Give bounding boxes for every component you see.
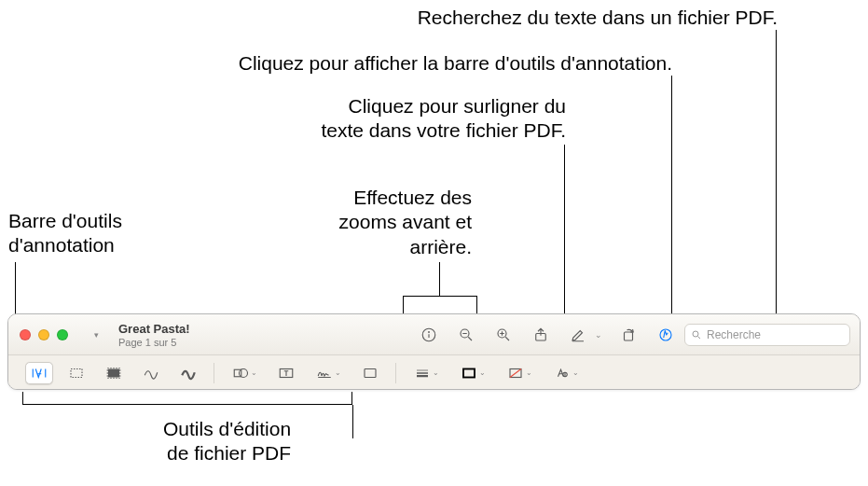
preview-window: ▾ Great Pasta! Page 1 sur 5 ⌄ <box>7 313 861 390</box>
svg-point-4 <box>429 331 430 332</box>
svg-point-24 <box>239 368 247 377</box>
text-box-tool[interactable] <box>272 362 300 384</box>
svg-rect-27 <box>365 368 376 377</box>
search-icon <box>691 329 702 340</box>
callout-annotation-bar: Barre d'outils d'annotation <box>8 209 122 258</box>
share-button[interactable] <box>530 324 552 346</box>
callout-zoom: Effectuez des zooms avant et arrière. <box>339 186 472 259</box>
svg-line-9 <box>505 337 509 340</box>
minimize-window-button[interactable] <box>38 329 49 340</box>
svg-rect-31 <box>463 368 475 377</box>
svg-line-33 <box>510 368 521 377</box>
svg-rect-14 <box>625 332 633 340</box>
svg-line-17 <box>698 336 701 339</box>
note-tool[interactable] <box>356 362 384 384</box>
fullscreen-window-button[interactable] <box>57 329 68 340</box>
rotate-button[interactable] <box>617 324 640 346</box>
zoom-in-button[interactable] <box>492 324 515 346</box>
lead-edit-tools <box>352 405 353 438</box>
lead-zoom-cross <box>403 296 477 297</box>
redact-tool[interactable] <box>100 362 128 384</box>
highlight-button[interactable] <box>567 324 589 346</box>
svg-point-15 <box>660 329 671 340</box>
sketch-tool[interactable] <box>137 362 165 384</box>
traffic-lights <box>20 329 68 340</box>
line-style-tool[interactable]: ⌄ <box>407 362 445 384</box>
title-block: Great Pasta! Page 1 sur 5 <box>118 322 190 348</box>
bracket-edit-tools <box>22 392 352 405</box>
callout-annotation-click: Cliquez pour afficher la barre d'outils … <box>239 51 672 76</box>
svg-rect-20 <box>71 368 82 377</box>
callout-highlight: Cliquez pour surligner du texte dans vot… <box>321 94 566 144</box>
sign-tool[interactable]: ⌄ <box>310 362 347 384</box>
markup-button[interactable] <box>654 324 677 346</box>
svg-rect-21 <box>108 368 119 377</box>
callout-search-pdf: Recherchez du texte dans un fichier PDF. <box>418 6 778 30</box>
highlight-menu-chevron[interactable]: ⌄ <box>595 330 602 340</box>
draw-tool[interactable] <box>174 362 202 384</box>
lead-search <box>776 30 777 319</box>
search-field[interactable]: Recherche <box>684 324 850 346</box>
chevron-down-icon: ▾ <box>94 330 99 340</box>
close-window-button[interactable] <box>20 329 31 340</box>
titlebar: ▾ Great Pasta! Page 1 sur 5 ⌄ <box>8 314 860 355</box>
document-subtitle: Page 1 sur 5 <box>118 337 190 348</box>
rect-selection-tool[interactable] <box>62 362 90 384</box>
annotation-toolbar: ⌄ ⌄ ⌄ ⌄ ⌄ ⌄ <box>8 355 860 390</box>
lead-zoom-stem <box>439 262 440 296</box>
info-button[interactable] <box>418 324 440 346</box>
zoom-out-button[interactable] <box>455 324 477 346</box>
lead-highlight <box>564 145 565 318</box>
svg-line-6 <box>468 337 472 340</box>
border-color-tool[interactable]: ⌄ <box>454 362 491 384</box>
search-placeholder: Recherche <box>707 328 761 341</box>
shapes-tool[interactable]: ⌄ <box>226 362 263 384</box>
center-tool-group: ⌄ <box>418 324 677 346</box>
svg-point-16 <box>693 331 698 337</box>
text-selection-tool[interactable] <box>25 362 53 384</box>
document-title: Great Pasta! <box>118 322 190 336</box>
callout-edit-tools: Outils d'édition de fichier PDF <box>163 417 291 466</box>
lead-annot-click <box>671 76 672 318</box>
fill-color-tool[interactable]: ⌄ <box>501 362 538 384</box>
sidebar-toggle-button[interactable]: ▾ <box>89 328 102 341</box>
text-style-tool[interactable]: ⌄ <box>547 362 585 384</box>
